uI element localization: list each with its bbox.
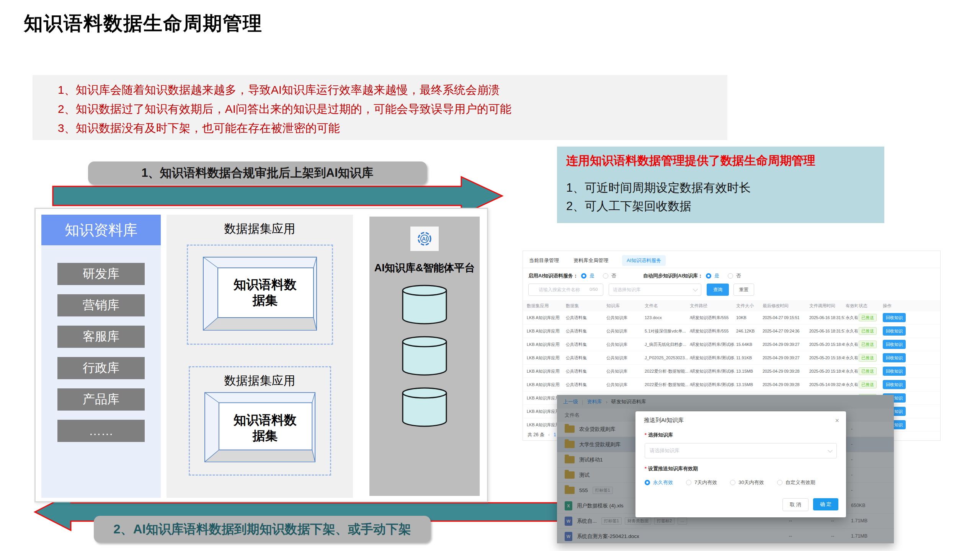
col-action: 操作	[883, 300, 919, 311]
col-modified: 最后修改时间	[763, 300, 808, 311]
validity-option-label: 自定义有效期	[786, 479, 815, 486]
recycle-knowledge-button[interactable]: 回收知识	[883, 326, 906, 336]
radio-icon[interactable]	[645, 480, 650, 485]
cell-dataset: 公共语料集	[566, 311, 605, 324]
cell-validity: 永久有	[846, 324, 858, 337]
pagination-prev[interactable]: ‹	[548, 432, 550, 437]
cell-filepath: /研发知识语料库/555	[690, 324, 735, 337]
radio-icon[interactable]	[777, 480, 782, 485]
cell-filename: 5.1对接深信服vdc单...	[645, 324, 688, 337]
tab-current-directory[interactable]: 当前目录管理	[528, 255, 560, 266]
confirm-button[interactable]: 确 定	[813, 498, 838, 510]
pagination-page-1[interactable]: 1	[554, 432, 556, 437]
recycle-knowledge-button[interactable]: 回收知识	[883, 353, 906, 362]
cell-called: 2025-05-20 15:18:49	[809, 351, 845, 364]
col-filename: 文件名	[645, 300, 688, 311]
dataset-panel: 数据据集应用 知识语料数据集 数据据集应用	[167, 215, 353, 498]
cell-filepath: /研发知识语料库/555	[690, 311, 735, 324]
table-row: LKB A知识库应用 公共语料集 公共知识库 J_P02025_20253023…	[523, 351, 940, 365]
cell-filepath: /研发知识语料库/测试移...	[690, 378, 735, 391]
close-icon[interactable]: ×	[835, 417, 839, 424]
cell-kb: 公共知识库	[606, 351, 644, 364]
cell-dataset: 公共语料集	[566, 324, 605, 337]
problem-line: 2、知识数据过了知识有效期后，AI问答出来的知识是过期的，可能会导致误导用户的可…	[58, 99, 720, 119]
cell-filepath: /研发知识语料库/测试移...	[690, 338, 735, 351]
chevron-down-icon	[693, 287, 698, 292]
cancel-button[interactable]: 取 消	[782, 498, 808, 511]
corpus-dataset-box-1: 知识语料数据集	[203, 256, 317, 331]
cell-dataset: 公共语料集	[566, 338, 605, 351]
flow-step-1-label: 1、知识语料数据合规审批后上架到AI知识库	[141, 165, 373, 181]
repo-item: 客服库	[57, 326, 145, 348]
cell-filesize: 15.64KB	[736, 338, 761, 351]
benefit-points: 1、可近时间周期设定数据有效时长2、可人工下架回收数据	[566, 179, 875, 215]
col-called: 文件调用时间	[809, 300, 845, 311]
repo-item: 行政库	[57, 357, 145, 379]
cell-dataset: 公共语料集	[566, 378, 605, 391]
cell-validity: 永久有	[846, 351, 858, 364]
service-toggles: 启用AI知识语料服务： 是 否 自动同步知识到AI知识库： 是 否	[528, 272, 940, 280]
tab-ai-corpus-service[interactable]: AI知识语料服务	[622, 255, 666, 266]
recycle-knowledge-button[interactable]: 回收知识	[883, 367, 906, 376]
radio-enable-no[interactable]	[603, 273, 608, 279]
validity-option[interactable]: 30天内有效	[730, 479, 764, 486]
dataset-panel-title: 数据据集应用	[167, 215, 353, 237]
radio-icon[interactable]	[730, 480, 735, 485]
kb-select[interactable]: 请选择知识库	[645, 443, 837, 458]
status-badge: 已推送	[859, 367, 877, 375]
validity-options: 永久有效 7天内有效 30天内有效	[645, 479, 837, 486]
radio-sync-yes[interactable]	[706, 273, 711, 279]
radio-sync-yes-label[interactable]: 是	[714, 272, 719, 279]
cell-filesize: 246.12KB	[736, 324, 761, 337]
corpus-dataset-label-2: 知识语料数据集	[231, 412, 299, 444]
tab-repo-global[interactable]: 资料库全局管理	[573, 255, 609, 266]
file-manager-screen: 上一级 | 资料库 › 研发知识语料库 文件名 推送知识 状态 大小 农业贷款规…	[557, 395, 894, 543]
status-badge: 已推送	[859, 341, 877, 348]
col-status: 状态	[859, 300, 882, 311]
cell-called: 2025-05-14 09:32:46	[809, 378, 845, 391]
benefit-title: 连用知识语料数据管理提供了数据生命周期管理	[566, 153, 875, 169]
cell-called: 2025-06-16 18:31:57	[809, 311, 845, 324]
radio-enable-no-label[interactable]: 否	[611, 272, 616, 279]
table-header: 数据集应用 数据集 知识库 文件名 文件路径 文件大小 最后修改时间 文件调用时…	[523, 300, 940, 311]
page-title: 知识语料数据生命周期管理	[24, 11, 263, 36]
modal-title: 推送到AI知识库	[644, 417, 684, 424]
kb-filter-select[interactable]: 请选择知识库	[609, 284, 701, 296]
radio-icon[interactable]	[686, 480, 691, 485]
pagination: 共 26 条 ‹ 1	[523, 430, 562, 440]
cell-modified: 2025-04-29 09:39:28	[763, 365, 808, 378]
cell-filesize: 13.15MB	[736, 365, 761, 378]
cell-validity: 永久有	[846, 378, 858, 391]
validity-option[interactable]: 7天内有效	[686, 479, 717, 486]
cell-dataset: 公共语料集	[566, 365, 605, 378]
cell-filesize: 11.91KB	[736, 351, 761, 364]
cell-kb: 公共知识库	[606, 324, 644, 337]
repo-item: 产品库	[57, 388, 145, 411]
status-badge: 已推送	[859, 314, 877, 321]
radio-enable-yes[interactable]	[581, 273, 586, 279]
validity-option[interactable]: 永久有效	[645, 479, 673, 486]
query-button[interactable]: 查询	[707, 284, 729, 296]
cell-called: 2025-05-20 15:18:49	[809, 338, 845, 351]
validity-option[interactable]: 自定义有效期	[777, 479, 815, 486]
cell-modified: 2025-04-27 09:15:51	[763, 311, 808, 324]
reset-button[interactable]: 重置	[733, 284, 754, 296]
cell-filepath: /研发知识语料库/测试移...	[690, 351, 735, 364]
radio-sync-no[interactable]	[728, 273, 733, 279]
problem-box: 1、知识库会随着知识数据越来越多，导致AI知识库运行效率越来越慢，最终系统会崩溃…	[33, 75, 727, 140]
validity-option-label: 7天内有效	[694, 479, 717, 486]
database-cylinder-icon	[401, 335, 448, 376]
radio-sync-no-label[interactable]: 否	[736, 272, 741, 279]
recycle-knowledge-button[interactable]: 回收知识	[883, 313, 906, 322]
cell-filepath: /研发知识语料库/测试移...	[690, 365, 735, 378]
cell-modified: 2025-04-29 09:39:27	[763, 351, 808, 364]
repo-item: 研发库	[57, 263, 145, 285]
cell-app: LKB A知识库应用	[527, 311, 565, 324]
radio-enable-yes-label[interactable]: 是	[590, 272, 595, 279]
recycle-knowledge-button[interactable]: 回收知识	[883, 340, 906, 349]
toggle-sync-label: 自动同步知识到AI知识库：	[643, 272, 703, 279]
knowledge-repo-panel: 知识资料库 研发库营销库客服库行政库产品库……	[41, 215, 161, 498]
benefit-box: 连用知识语料数据管理提供了数据生命周期管理 1、可近时间周期设定数据有效时长2、…	[557, 147, 884, 223]
table-row: LKB A知识库应用 公共语料集 公共知识库 5.1对接深信服vdc单... /…	[523, 324, 940, 338]
recycle-knowledge-button[interactable]: 回收知识	[883, 380, 906, 389]
